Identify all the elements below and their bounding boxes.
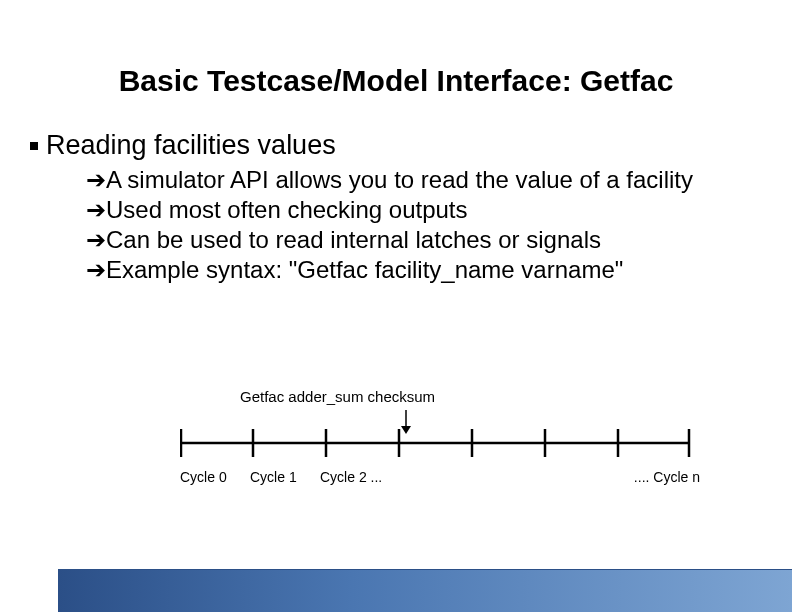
sub-bullet: ➔ Can be used to read internal latches o… xyxy=(86,225,762,255)
sub-bullet-text: Used most often checking outputs xyxy=(106,195,468,225)
timeline-figure: Getfac adder_sum checksum Cycle 0 Cycle … xyxy=(180,388,700,485)
arrow-right-icon: ➔ xyxy=(86,225,106,255)
arrow-right-icon: ➔ xyxy=(86,165,106,195)
cycle-label: Cycle 1 xyxy=(250,469,320,485)
square-bullet-icon xyxy=(30,142,38,150)
cycle-label: Cycle 2 ... xyxy=(320,469,382,485)
slide: Basic Testcase/Model Interface: Getfac R… xyxy=(0,0,792,612)
sub-bullet-text: Example syntax: "Getfac facility_name va… xyxy=(106,255,623,285)
figure-caption: Getfac adder_sum checksum xyxy=(240,388,700,405)
arrow-right-icon: ➔ xyxy=(86,255,106,285)
timeline-svg xyxy=(180,423,700,463)
sub-bullet-list: ➔ A simulator API allows you to read the… xyxy=(86,165,762,285)
cycle-label-end: .... Cycle n xyxy=(634,469,700,485)
footer-bar xyxy=(58,569,792,612)
slide-body: Reading facilities values ➔ A simulator … xyxy=(30,130,762,285)
sub-bullet-text: A simulator API allows you to read the v… xyxy=(106,165,693,195)
bullet-level1: Reading facilities values xyxy=(30,130,762,161)
sub-bullet: ➔ Example syntax: "Getfac facility_name … xyxy=(86,255,762,285)
sub-bullet: ➔ A simulator API allows you to read the… xyxy=(86,165,762,195)
bullet-heading: Reading facilities values xyxy=(46,130,336,161)
arrow-right-icon: ➔ xyxy=(86,195,106,225)
cycle-label: Cycle 0 xyxy=(180,469,250,485)
slide-title: Basic Testcase/Model Interface: Getfac xyxy=(0,64,792,98)
sub-bullet: ➔ Used most often checking outputs xyxy=(86,195,762,225)
cycle-labels: Cycle 0 Cycle 1 Cycle 2 ... .... Cycle n xyxy=(180,469,700,485)
timeline-axis xyxy=(180,423,700,463)
sub-bullet-text: Can be used to read internal latches or … xyxy=(106,225,601,255)
